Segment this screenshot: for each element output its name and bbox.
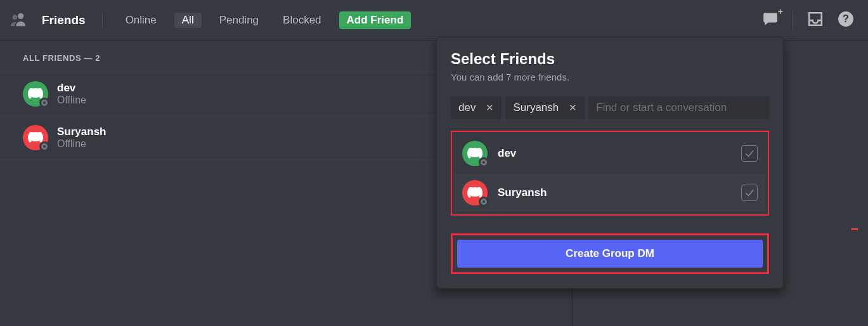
status-offline-icon [479,157,489,167]
tab-blocked[interactable]: Blocked [276,11,327,29]
tab-all[interactable]: All [174,13,202,28]
tab-add-friend[interactable]: Add Friend [339,11,411,29]
header-bar: Friends Online All Pending Blocked Add F… [0,0,868,41]
option-checkbox[interactable] [741,185,758,201]
plus-icon: + [778,6,783,16]
status-offline-icon [479,197,489,207]
new-group-dm-icon[interactable]: + [762,11,779,30]
chip-label: dev [458,101,476,114]
annotation-highlight: Create Group DM [451,233,769,274]
option-name: Suryansh [498,186,731,199]
tab-pending[interactable]: Pending [213,11,265,29]
selected-chip[interactable]: dev ✕ [451,96,502,119]
page-title: Friends [42,13,86,27]
popover-subtitle: You can add 7 more friends. [451,72,769,82]
remove-chip-icon[interactable]: ✕ [569,102,577,114]
friends-icon [10,11,27,30]
help-icon[interactable] [838,11,854,30]
friend-options-list: dev Suryansh [451,131,769,216]
chip-label: Suryansh [513,101,559,114]
select-friends-popover: Select Friends You can add 7 more friend… [436,37,784,289]
tab-online[interactable]: Online [119,11,163,29]
friend-name: Suryansh [57,126,106,138]
avatar [23,81,48,107]
friend-option[interactable]: Suryansh [455,174,765,212]
selected-chips-row: dev ✕ Suryansh ✕ [451,96,769,119]
friend-status: Offline [57,95,86,106]
option-checkbox[interactable] [741,145,758,162]
friend-name: dev [57,82,86,95]
avatar [23,125,48,150]
status-offline-icon [39,141,49,152]
option-name: dev [498,147,731,160]
avatar [462,180,488,205]
remove-chip-icon[interactable]: ✕ [486,102,494,114]
friend-option[interactable]: dev [455,134,765,173]
status-offline-icon [39,98,49,108]
selected-chip[interactable]: Suryansh ✕ [505,96,585,119]
divider [793,11,793,29]
popover-title: Select Friends [451,50,769,68]
avatar [462,141,488,166]
annotation-mark [852,228,858,230]
create-group-dm-button[interactable]: Create Group DM [457,240,763,268]
search-input[interactable] [588,96,769,119]
friend-status: Offline [57,138,106,150]
divider [102,11,103,29]
inbox-icon[interactable] [807,11,824,30]
